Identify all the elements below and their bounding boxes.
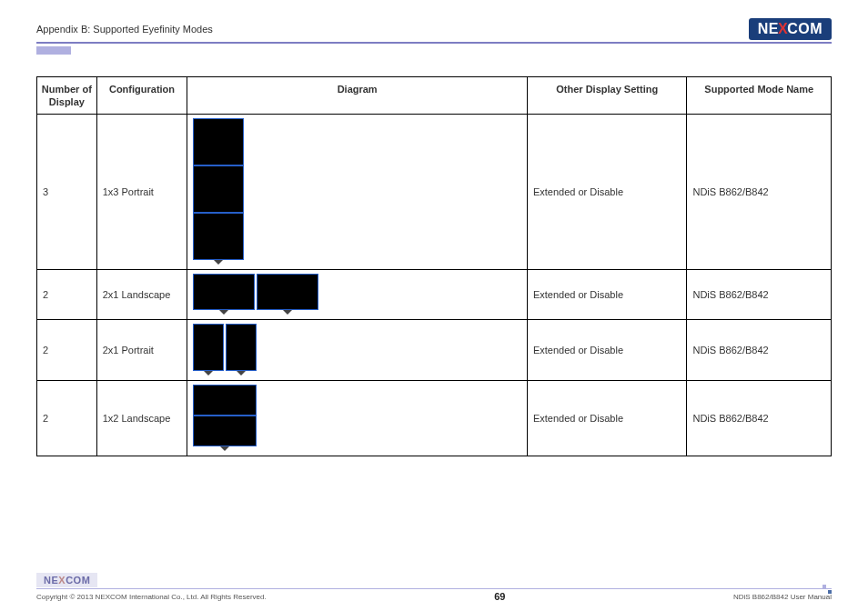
monitor-icon xyxy=(193,118,244,165)
col-head-config: Configuration xyxy=(96,76,187,115)
eyefinity-modes-table: Number of Display Configuration Diagram … xyxy=(36,76,832,457)
table-row: 3 1x3 Portrait Extended or Disable NDiS … xyxy=(37,115,832,270)
monitor-icon xyxy=(226,324,257,371)
col-head-name: Supported Mode Name xyxy=(687,76,832,115)
footer-bottom-row: Copyright © 2013 NEXCOM International Co… xyxy=(36,591,832,602)
table-row: 2 1x2 Landscape Extended or Disable NDiS… xyxy=(37,381,832,456)
cell-config: 2x1 Landscape xyxy=(96,270,187,320)
cell-other: Extended or Disable xyxy=(527,270,687,320)
cell-other: Extended or Disable xyxy=(527,115,687,270)
cell-diagram-1x3-portrait xyxy=(187,115,528,270)
col-head-diagram: Diagram xyxy=(187,76,528,115)
monitor-icon xyxy=(193,385,257,416)
logo-text-post: COM xyxy=(66,575,90,586)
monitor-stack xyxy=(193,385,521,446)
logo-text-pre: NE xyxy=(758,21,779,37)
monitor-icon xyxy=(193,416,257,446)
table-row: 2 2x1 Portrait Extended or Disable NDiS … xyxy=(37,320,832,381)
cell-diagram-2x1-portrait xyxy=(187,320,528,381)
cell-number: 3 xyxy=(37,115,97,270)
table-row: 2 2x1 Landscape Extended or Disable NDiS… xyxy=(37,270,832,320)
cell-other: Extended or Disable xyxy=(527,381,687,456)
page-footer: NEXCOM Copyright © 2013 NEXCOM Internati… xyxy=(36,573,832,603)
cell-name: NDiS B862/B842 xyxy=(687,381,832,456)
col-head-number: Number of Display xyxy=(37,76,97,115)
monitor-icon xyxy=(193,213,244,260)
cell-name: NDiS B862/B842 xyxy=(687,270,832,320)
page-header: Appendix B: Supported Eyefinity Modes NE… xyxy=(36,18,832,40)
logo-text-pre: NE xyxy=(44,575,58,586)
col-head-other: Other Display Setting xyxy=(527,76,687,115)
appendix-title: Appendix B: Supported Eyefinity Modes xyxy=(36,24,213,35)
table-header-row: Number of Display Configuration Diagram … xyxy=(37,76,832,115)
cell-config: 1x3 Portrait xyxy=(96,115,187,270)
cell-number: 2 xyxy=(37,320,97,381)
monitor-stack xyxy=(193,118,521,260)
footer-corner-icon xyxy=(823,585,832,594)
nexcom-logo: NEXCOM xyxy=(749,18,832,40)
page-number: 69 xyxy=(494,591,505,602)
header-tab xyxy=(36,46,71,55)
cell-other: Extended or Disable xyxy=(527,320,687,381)
monitor-icon xyxy=(193,274,255,310)
monitor-icon xyxy=(193,165,244,213)
monitor-icon xyxy=(193,324,224,371)
footer-rule xyxy=(36,588,832,590)
cell-number: 2 xyxy=(37,381,97,456)
monitor-row xyxy=(193,324,521,371)
monitor-icon xyxy=(257,274,318,310)
copyright-text: Copyright © 2013 NEXCOM International Co… xyxy=(36,593,267,601)
header-rule xyxy=(36,42,832,44)
manual-name: NDiS B862/B842 User Manual xyxy=(733,593,832,601)
cell-name: NDiS B862/B842 xyxy=(687,320,832,381)
cell-number: 2 xyxy=(37,270,97,320)
logo-text-post: COM xyxy=(787,21,823,37)
cell-diagram-1x2-landscape xyxy=(187,381,528,456)
footer-nexcom-logo: NEXCOM xyxy=(36,573,97,587)
cell-diagram-2x1-landscape xyxy=(187,270,528,320)
cell-name: NDiS B862/B842 xyxy=(687,115,832,270)
cell-config: 2x1 Portrait xyxy=(96,320,187,381)
cell-config: 1x2 Landscape xyxy=(96,381,187,456)
monitor-row xyxy=(193,274,521,310)
logo-text-x: X xyxy=(58,575,66,586)
